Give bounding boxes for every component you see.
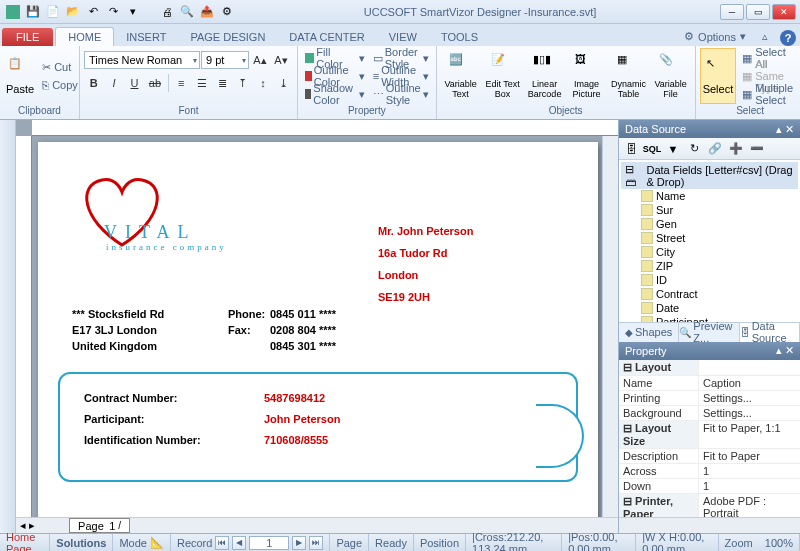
undo-icon[interactable]: ↶ (84, 3, 102, 21)
maximize-button[interactable]: ▭ (746, 4, 770, 20)
record-next-icon[interactable]: ▶ (292, 536, 306, 550)
document-page[interactable]: VITAL insurance company Mr. John Peterso… (38, 142, 598, 517)
property-row[interactable]: ⊟ Layout (619, 360, 800, 376)
barcode-button[interactable]: ▮▯▮Linear Barcode (525, 48, 565, 104)
property-row[interactable]: BackgroundSettings... (619, 406, 800, 421)
underline-button[interactable]: U (125, 73, 144, 93)
align-top-icon[interactable]: ⤒ (233, 73, 252, 93)
field-id[interactable]: ID (621, 273, 798, 287)
variable-file-button[interactable]: 📎Variable File (651, 48, 691, 104)
property-grid[interactable]: ⊟ Layout NameCaption PrintingSettings...… (619, 360, 800, 518)
canvas-scrollbar-v[interactable] (602, 136, 618, 517)
ds-db-icon[interactable]: 🗄 (622, 140, 640, 158)
field-zip[interactable]: ZIP (621, 259, 798, 273)
status-zoom[interactable]: Zoom 100% (719, 534, 800, 551)
minimize-button[interactable]: ─ (720, 4, 744, 20)
app-icon[interactable] (4, 3, 22, 21)
ds-sql-button[interactable]: SQL (643, 140, 661, 158)
ruler-horizontal[interactable] (32, 120, 618, 136)
shadow-color-button[interactable]: Shadow Color ▾ (302, 86, 368, 103)
close-button[interactable]: ✕ (772, 4, 796, 20)
variable-text-button[interactable]: 🔤Variable Text (441, 48, 481, 104)
data-source-header[interactable]: Data Source▴ ✕ (619, 120, 800, 138)
dynamic-table-button[interactable]: ▦Dynamic Table (609, 48, 649, 104)
property-row[interactable]: Across1 (619, 464, 800, 479)
ruler-vertical[interactable] (16, 136, 32, 517)
grow-font-icon[interactable]: A▴ (250, 50, 270, 70)
status-solutions[interactable]: Solutions (50, 534, 113, 551)
sheet-tab[interactable]: Page 1 / (69, 518, 130, 533)
status-mode[interactable]: Mode 📐 (113, 534, 171, 551)
bold-button[interactable]: B (84, 73, 103, 93)
ribbon-minimize-icon[interactable]: ▵ (754, 27, 776, 46)
align-left-icon[interactable]: ≡ (172, 73, 191, 93)
new-icon[interactable]: 📄 (44, 3, 62, 21)
property-row[interactable]: ⊟ Layout SizeFit to Paper, 1:1 (619, 421, 800, 449)
select-button[interactable]: ↖Select (700, 48, 737, 104)
redo-icon[interactable]: ↷ (104, 3, 122, 21)
ds-link-icon[interactable]: 🔗 (706, 140, 724, 158)
cut-button[interactable]: ✂ Cut (38, 59, 82, 76)
strike-button[interactable]: ab (145, 73, 164, 93)
ds-refresh-icon[interactable]: ↻ (685, 140, 703, 158)
help-icon[interactable]: ? (780, 30, 796, 46)
data-fields-tree[interactable]: ⊟ 🗃 Data Fields [Letter#csv] (Drag & Dro… (619, 160, 800, 322)
multiple-select-button[interactable]: ▦ Multiple Select (738, 86, 800, 103)
tab-view[interactable]: VIEW (377, 28, 429, 46)
field-name[interactable]: Name (621, 189, 798, 203)
tab-page-design[interactable]: PAGE DESIGN (178, 28, 277, 46)
save-icon[interactable]: 💾 (24, 3, 42, 21)
align-bottom-icon[interactable]: ⤓ (274, 73, 293, 93)
property-row[interactable]: PrintingSettings... (619, 391, 800, 406)
tab-data-source[interactable]: 🗄 Data Source (740, 323, 800, 342)
preview-icon[interactable]: 🔍 (178, 3, 196, 21)
property-row[interactable]: NameCaption (619, 376, 800, 391)
left-rail[interactable] (0, 120, 16, 533)
image-button[interactable]: 🖼Image Picture (567, 48, 607, 104)
field-gen[interactable]: Gen (621, 217, 798, 231)
record-last-icon[interactable]: ⏭ (309, 536, 323, 550)
ds-add-icon[interactable]: ➕ (727, 140, 745, 158)
tree-root[interactable]: ⊟ 🗃 Data Fields [Letter#csv] (Drag & Dro… (621, 162, 798, 189)
tab-tools[interactable]: TOOLS (429, 28, 490, 46)
align-middle-icon[interactable]: ↕ (253, 73, 272, 93)
property-row[interactable]: Down1 (619, 479, 800, 494)
align-center-icon[interactable]: ☰ (192, 73, 211, 93)
print-icon[interactable]: 🖨 (158, 3, 176, 21)
field-street[interactable]: Street (621, 231, 798, 245)
qat-dropdown-icon[interactable]: ▾ (124, 3, 142, 21)
ds-remove-icon[interactable]: ➖ (748, 140, 766, 158)
italic-button[interactable]: I (104, 73, 123, 93)
tab-insert[interactable]: INSERT (114, 28, 178, 46)
field-contract[interactable]: Contract (621, 287, 798, 301)
tab-home[interactable]: HOME (55, 27, 114, 46)
open-icon[interactable]: 📂 (64, 3, 82, 21)
font-family-select[interactable]: Times New Roman (84, 51, 200, 69)
tab-shapes[interactable]: ◆ Shapes (619, 323, 679, 342)
record-prev-icon[interactable]: ◀ (232, 536, 246, 550)
record-input[interactable]: 1 (249, 536, 289, 550)
property-row[interactable]: DescriptionFit to Paper (619, 449, 800, 464)
export-icon[interactable]: 📤 (198, 3, 216, 21)
status-page[interactable]: Page (330, 534, 369, 551)
field-date[interactable]: Date (621, 301, 798, 315)
paste-button[interactable]: 📋Paste (4, 48, 36, 104)
tab-data-center[interactable]: DATA CENTER (277, 28, 376, 46)
outline-style-button[interactable]: ⋯ Outline Style ▾ (370, 86, 432, 103)
settings-icon[interactable]: ⚙ (218, 3, 236, 21)
copy-button[interactable]: ⎘ Copy (38, 77, 82, 94)
canvas[interactable]: VITAL insurance company Mr. John Peterso… (32, 136, 602, 517)
edit-textbox-button[interactable]: 📝Edit Text Box (483, 48, 523, 104)
shrink-font-icon[interactable]: A▾ (271, 50, 291, 70)
tab-preview[interactable]: 🔍 Preview Z... (679, 323, 739, 342)
ds-filter-icon[interactable]: ▼ (664, 140, 682, 158)
options-menu[interactable]: ⚙ Options ▾ (676, 27, 754, 46)
status-home-page[interactable]: Home Page (0, 534, 50, 551)
field-sur[interactable]: Sur (621, 203, 798, 217)
field-city[interactable]: City (621, 245, 798, 259)
property-header[interactable]: Property▴ ✕ (619, 342, 800, 360)
tab-file[interactable]: FILE (2, 28, 53, 46)
property-row[interactable]: ⊟ Printer, PaperAdobe PDF : Portrait (619, 494, 800, 518)
align-right-icon[interactable]: ≣ (212, 73, 231, 93)
font-size-select[interactable]: 9 pt (201, 51, 249, 69)
